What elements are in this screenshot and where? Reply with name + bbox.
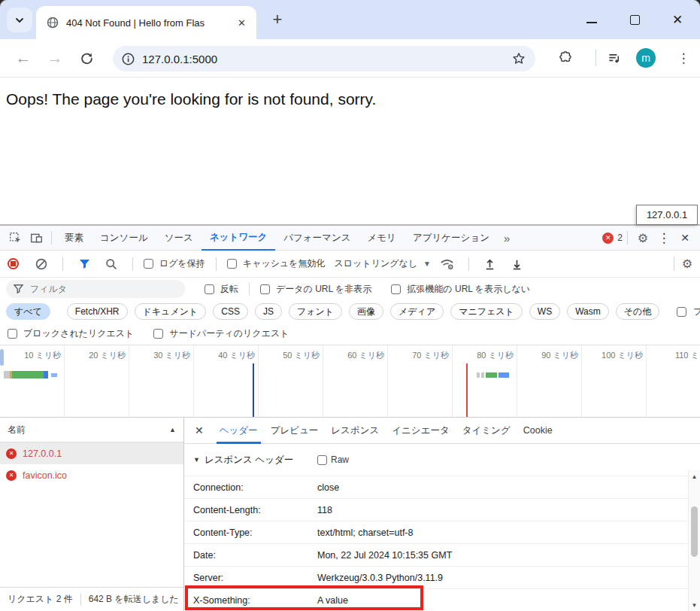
hide-data-urls-checkbox[interactable]: [260, 284, 270, 294]
hide-extension-urls-checkbox[interactable]: [391, 284, 401, 294]
filter-input[interactable]: [29, 283, 149, 295]
browser-menu-button[interactable]: ⋮: [671, 45, 696, 71]
disable-cache-checkbox[interactable]: [227, 259, 237, 269]
third-party-checkbox[interactable]: [153, 329, 163, 339]
tab-close-icon[interactable]: ✕: [235, 16, 249, 30]
record-button[interactable]: [8, 258, 19, 269]
close-details-button[interactable]: ✕: [192, 424, 207, 436]
filter-chip-document[interactable]: ドキュメント: [135, 303, 207, 320]
scrollbar-thumb[interactable]: [691, 506, 698, 557]
clear-button[interactable]: [31, 254, 52, 274]
timeline-brush-handle[interactable]: [0, 349, 4, 366]
devtools-menu-button[interactable]: ⋮: [653, 228, 674, 248]
details-tab-response[interactable]: レスポンス: [331, 418, 379, 444]
extensions-button[interactable]: [553, 45, 578, 71]
status-separator: [80, 594, 81, 606]
more-tabs-icon[interactable]: »: [498, 232, 516, 245]
network-conditions-button[interactable]: [437, 254, 458, 274]
network-overview-timeline[interactable]: 10 ミリ秒 20 ミリ秒 30 ミリ秒 40 ミリ秒 50 ミリ秒 60 ミリ…: [0, 345, 700, 418]
playlist-icon: [607, 50, 622, 65]
throttling-dropdown[interactable]: スロットリングなし ▼: [335, 257, 431, 270]
preserve-log-label: ログを保持: [159, 257, 205, 270]
site-info-icon[interactable]: [122, 53, 135, 65]
devtools-tab-sources[interactable]: ソース: [156, 226, 202, 251]
request-row-127001[interactable]: ✕ 127.0.0.1: [0, 442, 183, 464]
header-row-date: Date: Mon, 22 Jul 2024 10:15:35 GMT: [184, 543, 700, 566]
forward-button[interactable]: →: [42, 45, 68, 71]
request-error-icon: ✕: [6, 470, 17, 481]
back-button[interactable]: ←: [11, 45, 36, 71]
scroll-up-icon[interactable]: ▲: [689, 470, 700, 482]
reload-button[interactable]: [74, 45, 99, 71]
details-tab-preview[interactable]: プレビュー: [271, 418, 319, 444]
filter-chip-image[interactable]: 画像: [349, 303, 383, 320]
close-window-button[interactable]: ✕: [670, 12, 685, 27]
disable-cache-label: キャッシュを無効化: [243, 257, 326, 270]
timeline-tick: 30 ミリ秒: [129, 345, 194, 418]
devtools-tab-console[interactable]: コンソール: [92, 226, 156, 251]
devtools-tab-application[interactable]: アプリケーション: [405, 226, 498, 251]
devtools-tab-network[interactable]: ネットワーク: [202, 226, 275, 251]
filter-chip-js[interactable]: JS: [255, 303, 282, 320]
devtools-tab-performance[interactable]: パフォーマンス: [275, 226, 359, 251]
filter-chip-wasm[interactable]: Wasm: [567, 303, 609, 320]
name-column-header[interactable]: 名前: [8, 424, 26, 436]
device-toolbar-button[interactable]: [26, 228, 47, 248]
filter-chip-other[interactable]: その他: [616, 303, 660, 320]
minimize-button[interactable]: [584, 12, 599, 27]
filter-input-wrap: [6, 280, 185, 298]
request-error-icon: ✕: [6, 448, 17, 459]
request-table-header[interactable]: 名前 ▲: [0, 418, 183, 442]
details-tab-headers[interactable]: ヘッダー: [220, 418, 258, 444]
address-bar[interactable]: 127.0.0.1:5000: [113, 46, 535, 71]
inspect-element-button[interactable]: [5, 228, 26, 248]
browser-tab[interactable]: 404 Not Found | Hello from Flas ✕: [36, 6, 256, 39]
blocked-cookies-checkbox[interactable]: [677, 307, 686, 317]
details-tab-cookies[interactable]: Cookie: [523, 418, 553, 444]
preserve-log-checkbox[interactable]: [144, 259, 153, 269]
filter-chip-ws[interactable]: WS: [529, 303, 560, 320]
devtools-tab-memory[interactable]: メモリ: [359, 226, 405, 251]
header-value: Werkzeug/3.0.3 Python/3.11.9: [317, 573, 443, 583]
tab-search-button[interactable]: [7, 8, 32, 32]
maximize-button[interactable]: [627, 12, 642, 27]
devtools-close-button[interactable]: ✕: [674, 228, 695, 248]
network-search-button[interactable]: [101, 254, 122, 274]
new-tab-button[interactable]: +: [267, 9, 288, 30]
details-tab-initiator[interactable]: イニシエータ: [392, 418, 449, 444]
details-scrollbar[interactable]: ▲ ▼: [688, 470, 700, 611]
header-name: Server:: [193, 573, 317, 583]
waterfall-bar-request-2: [477, 372, 509, 378]
details-tab-timing[interactable]: タイミング: [462, 418, 511, 444]
media-controls-button[interactable]: [602, 45, 627, 71]
filter-chip-font[interactable]: フォント: [289, 303, 342, 320]
filter-chip-css[interactable]: CSS: [213, 303, 248, 320]
export-har-button[interactable]: [507, 254, 528, 274]
response-headers-section[interactable]: ▼ レスポンス ヘッダー Raw: [184, 444, 700, 476]
devtools-panel: 要素 コンソール ソース ネットワーク パフォーマンス メモリ アプリケーション…: [0, 224, 700, 611]
request-row-favicon[interactable]: ✕ favicon.ico: [0, 464, 183, 486]
devtools-settings-button[interactable]: ⚙: [632, 228, 653, 248]
reload-icon: [80, 51, 94, 65]
browser-toolbar: ← → 127.0.0.1:5000: [0, 39, 700, 78]
raw-checkbox[interactable]: [317, 455, 327, 465]
filter-chip-manifest[interactable]: マニフェスト: [450, 303, 523, 320]
invert-checkbox[interactable]: [205, 284, 214, 294]
url-text[interactable]: 127.0.0.1:5000: [142, 53, 511, 65]
import-har-button[interactable]: [480, 254, 501, 274]
error-badge[interactable]: ✕ 2: [602, 233, 623, 244]
blocked-requests-checkbox[interactable]: [8, 329, 17, 339]
scroll-down-icon[interactable]: ▼: [689, 599, 700, 611]
filter-chip-all[interactable]: すべて: [6, 303, 50, 320]
filter-chip-fetch-xhr[interactable]: Fetch/XHR: [67, 303, 128, 320]
waterfall-tail-segment: [51, 373, 57, 377]
devtools-tab-elements[interactable]: 要素: [56, 226, 92, 251]
profile-button[interactable]: m: [636, 48, 656, 68]
section-title: レスポンス ヘッダー: [205, 454, 293, 467]
network-settings-button[interactable]: ⚙: [674, 257, 692, 271]
bookmark-star-icon[interactable]: [511, 51, 526, 66]
filter-toggle-button[interactable]: [74, 254, 95, 274]
throttling-value: スロットリングなし: [335, 257, 418, 270]
filter-chip-media[interactable]: メディア: [390, 303, 444, 320]
invert-label: 反転: [220, 283, 238, 296]
